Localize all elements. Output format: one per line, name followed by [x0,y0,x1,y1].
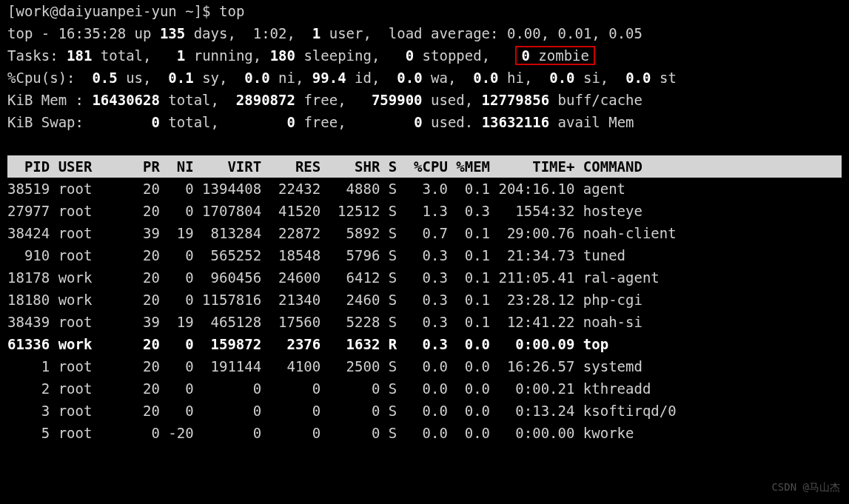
cpu-line: %Cpu(s): 0.5 us, 0.1 sy, 0.0 ni, 99.4 id… [7,67,842,89]
process-row: 27977 root 20 0 1707804 41520 12512 S 1.… [7,200,842,222]
process-row: 910 root 20 0 565252 18548 5796 S 0.3 0.… [7,244,842,266]
process-row: 38424 root 39 19 813284 22872 5892 S 0.7… [7,222,842,244]
swap-line: KiB Swap: 0 total, 0 free, 0 used. 13632… [7,111,842,133]
process-table-header: PID USER PR NI VIRT RES SHR S %CPU %MEM … [7,155,842,178]
shell-prompt: [work@daiyuanpei-yun ~]$ [7,3,211,19]
tasks-line: Tasks: 181 total, 1 running, 180 sleepin… [7,44,842,67]
process-row: 38439 root 39 19 465128 17560 5228 S 0.3… [7,311,842,333]
process-row: 18178 work 20 0 960456 24600 6412 S 0.3 … [7,266,842,289]
zombie-highlight: 0 zombie [515,46,595,65]
watermark-text: CSDN @马山杰 [771,476,840,498]
terminal-window: [work@daiyuanpei-yun ~]$ top top - 16:35… [0,0,849,504]
process-row: 5 root 0 -20 0 0 0 S 0.0 0.0 0:00.00 kwo… [7,422,842,444]
process-row: 2 root 20 0 0 0 0 S 0.0 0.0 0:00.21 kthr… [7,377,842,400]
shell-prompt-line: [work@daiyuanpei-yun ~]$ top [7,0,842,22]
process-row: 38519 root 20 0 1394408 22432 4880 S 3.0… [7,178,842,200]
process-row: 61336 work 20 0 159872 2376 1632 R 0.3 0… [7,333,842,355]
process-table-body: 38519 root 20 0 1394408 22432 4880 S 3.0… [7,178,842,444]
uptime-line: top - 16:35:28 up 135 days, 1:02, 1 user… [7,22,842,44]
mem-line: KiB Mem : 16430628 total, 2890872 free, … [7,89,842,111]
process-row: 18180 work 20 0 1157816 21340 2460 S 0.3… [7,289,842,311]
typed-command[interactable]: top [219,3,244,19]
blank-line [7,133,842,155]
process-row: 3 root 20 0 0 0 0 S 0.0 0.0 0:13.24 ksof… [7,400,842,422]
process-row: 1 root 20 0 191144 4100 2500 S 0.0 0.0 1… [7,355,842,377]
